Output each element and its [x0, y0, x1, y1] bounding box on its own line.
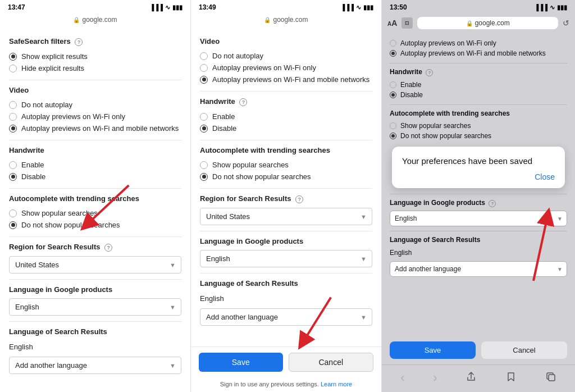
right-disable-radio[interactable] — [390, 92, 396, 98]
right-add-lang-select[interactable]: Add another language — [390, 261, 567, 277]
tabs-button[interactable] — [545, 371, 556, 385]
mid-region-select[interactable]: United States — [200, 208, 372, 225]
mid-no-popular[interactable]: Do not show popular searches — [200, 171, 372, 183]
right-show-popular[interactable]: Show popular searches — [390, 121, 567, 131]
mid-lang-products-select[interactable]: English — [200, 250, 372, 267]
right-reload-button[interactable]: ↺ — [563, 19, 569, 28]
left-autoplay-all-radio[interactable] — [9, 125, 17, 133]
right-autoplay-all-radio[interactable] — [390, 50, 396, 57]
left-autoplay-all[interactable]: Autoplay previews on Wi-Fi and mobile ne… — [9, 122, 181, 134]
mid-add-lang-select[interactable]: Add another language — [200, 308, 372, 326]
mid-autoplay-wifi-radio[interactable] — [200, 64, 208, 72]
left-no-autoplay-radio[interactable] — [9, 101, 17, 109]
left-region-select[interactable]: United States — [9, 256, 181, 274]
mid-handwrite-help[interactable]: ? — [239, 98, 247, 106]
toast-close-button[interactable]: Close — [402, 172, 555, 181]
share-button[interactable] — [466, 371, 477, 385]
mid-region-help[interactable]: ? — [295, 195, 303, 203]
left-disable[interactable]: Disable — [9, 171, 181, 183]
mid-footer: Sign in to use any previous settings. Le… — [191, 377, 381, 392]
left-lang-results-title: Language of Search Results — [9, 327, 181, 336]
right-no-popular-radio[interactable] — [390, 133, 396, 139]
left-safesearch-group: Show explicit results Hide explicit resu… — [9, 51, 181, 74]
right-battery-icon: ▮▮▮ — [557, 4, 567, 11]
left-hide-explicit-radio[interactable] — [9, 65, 17, 72]
right-lang-results-title: Language of Search Results — [390, 236, 567, 244]
mid-enable[interactable]: Enable — [200, 111, 372, 122]
right-autoplay-wifi-radio[interactable] — [390, 40, 396, 47]
mid-autocomplete-title: Autocomplete with trending searches — [200, 146, 372, 154]
left-hide-explicit[interactable]: Hide explicit results — [9, 62, 181, 74]
mid-no-autoplay-radio[interactable] — [200, 52, 208, 60]
right-aa-button[interactable]: AA — [387, 19, 397, 28]
mid-show-popular-radio[interactable] — [200, 161, 208, 169]
left-status-bar: 13:47 ▐▐▐ ∿ ▮▮▮ — [0, 0, 190, 13]
right-disable[interactable]: Disable — [390, 90, 567, 100]
mid-disable-radio[interactable] — [200, 125, 208, 133]
left-handwrite-group: Enable Disable — [9, 159, 181, 183]
mid-autoplay-wifi[interactable]: Autoplay previews on Wi-Fi only — [200, 62, 372, 74]
right-wifi-icon: ∿ — [550, 4, 555, 11]
safari-bottom-bar: ‹ › — [382, 364, 575, 392]
right-lang-products-help[interactable]: ? — [489, 200, 496, 207]
left-safesearch-title: SafeSearch filters ? — [9, 37, 181, 46]
right-cancel-button[interactable]: Cancel — [481, 341, 567, 359]
right-enable-radio[interactable] — [390, 81, 396, 88]
left-autocomplete-group: Show popular searches Do not show popula… — [9, 207, 181, 231]
mid-enable-radio[interactable] — [200, 113, 208, 121]
mid-region-title: Region for Search Results ? — [200, 194, 372, 203]
left-lang-products-dropdown-wrap: English ▼ — [9, 298, 181, 316]
left-no-popular[interactable]: Do not show popular searches — [9, 219, 181, 231]
left-show-explicit[interactable]: Show explicit results — [9, 51, 181, 62]
left-lang-products-select[interactable]: English — [9, 298, 181, 316]
left-disable-radio[interactable] — [9, 173, 17, 181]
left-add-lang-wrap: Add another language ▼ — [9, 357, 181, 374]
left-add-lang-select[interactable]: Add another language — [9, 357, 181, 374]
left-autoplay-wifi[interactable]: Autoplay previews on Wi-Fi only — [9, 111, 181, 122]
mid-disable[interactable]: Disable — [200, 122, 372, 134]
mid-scroll: Video Do not autoplay Autoplay previews … — [191, 28, 381, 347]
mid-status-icons: ▐▐▐ ∿ ▮▮▮ — [341, 4, 373, 11]
forward-button[interactable]: › — [433, 371, 437, 385]
left-lang-results-value: English — [9, 340, 181, 352]
right-show-popular-radio[interactable] — [390, 122, 396, 129]
left-no-autoplay[interactable]: Do not autoplay — [9, 99, 181, 111]
right-autoplay-group: Autoplay previews on Wi-Fi only Autoplay… — [390, 38, 567, 58]
mid-show-popular[interactable]: Show popular searches — [200, 159, 372, 171]
right-enable[interactable]: Enable — [390, 80, 567, 90]
mid-video-group: Do not autoplay Autoplay previews on Wi-… — [200, 50, 372, 85]
mid-lang-products-wrap: English ▼ — [200, 250, 372, 267]
mid-add-lang-wrap: Add another language ▼ — [200, 308, 372, 326]
right-url-bar[interactable]: 🔒 google.com — [417, 17, 558, 29]
mid-save-button[interactable]: Save — [199, 353, 283, 372]
left-show-popular[interactable]: Show popular searches — [9, 207, 181, 219]
right-lang-products-select[interactable]: English — [390, 211, 567, 226]
left-enable-radio[interactable] — [9, 161, 17, 169]
right-autoplay-wifi[interactable]: Autoplay previews on Wi-Fi only — [390, 38, 567, 48]
back-button[interactable]: ‹ — [400, 371, 404, 385]
right-handwrite-help[interactable]: ? — [426, 69, 433, 76]
wifi-icon: ∿ — [165, 4, 170, 11]
mid-learn-more-link[interactable]: Learn more — [321, 381, 352, 388]
mid-autoplay-all[interactable]: Autoplay previews on Wi-Fi and mobile ne… — [200, 74, 372, 85]
left-handwrite-title: Handwrite — [9, 146, 181, 154]
bookmarks-button[interactable] — [505, 371, 517, 385]
left-region-title: Region for Search Results ? — [9, 243, 181, 252]
left-show-explicit-radio[interactable] — [9, 53, 17, 61]
left-enable[interactable]: Enable — [9, 159, 181, 171]
mid-cancel-button[interactable]: Cancel — [289, 353, 374, 372]
safesearch-help-icon[interactable]: ? — [75, 38, 83, 46]
right-no-popular[interactable]: Do not show popular searches — [390, 131, 567, 141]
right-url: google.com — [475, 19, 510, 27]
mid-handwrite-title: Handwrite ? — [200, 97, 372, 106]
left-show-popular-radio[interactable] — [9, 209, 17, 217]
right-save-button[interactable]: Save — [390, 341, 476, 359]
right-autoplay-all[interactable]: Autoplay previews on Wi-Fi and mobile ne… — [390, 48, 567, 58]
left-autoplay-wifi-radio[interactable] — [9, 113, 17, 121]
mid-no-popular-radio[interactable] — [200, 173, 208, 181]
right-lang-products-wrap: English ▼ — [390, 211, 567, 226]
left-no-popular-radio[interactable] — [9, 221, 17, 229]
region-help-icon[interactable]: ? — [104, 244, 112, 252]
mid-autoplay-all-radio[interactable] — [200, 76, 208, 84]
mid-no-autoplay[interactable]: Do not autoplay — [200, 50, 372, 62]
